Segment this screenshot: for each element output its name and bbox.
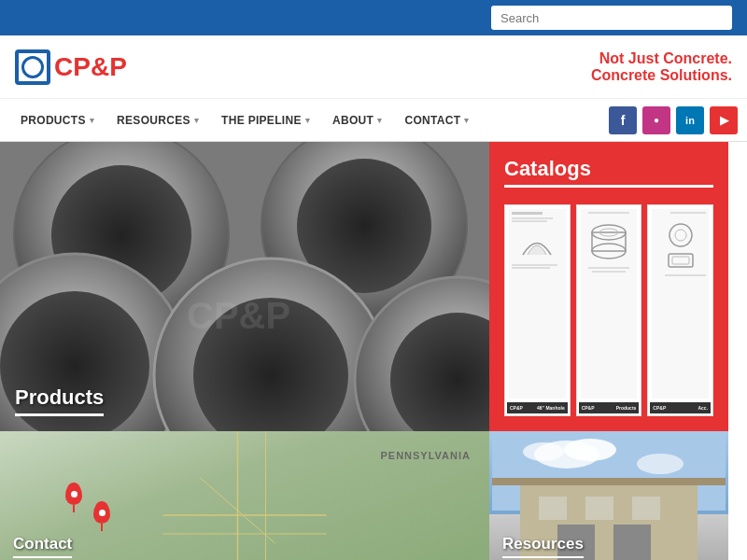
tile-products[interactable]: CP&P Products xyxy=(0,142,489,431)
svg-point-17 xyxy=(675,230,686,241)
tagline-part1: Not Just Concrete. xyxy=(599,50,732,66)
logo-p: P xyxy=(109,52,127,81)
catalog-footer-1: CP&P 46" Manhole xyxy=(507,402,568,413)
chevron-down-icon: ▾ xyxy=(194,116,199,125)
svg-rect-19 xyxy=(672,257,689,264)
svg-point-28 xyxy=(523,442,564,461)
nav-item-products[interactable]: PRODUCTS ▾ xyxy=(9,99,106,141)
nav-item-pipeline[interactable]: THE PIPELINE ▾ xyxy=(210,99,321,141)
social-links: f ● in ▶ xyxy=(609,106,738,134)
main-content-grid: CP&P Products Catalogs xyxy=(0,142,747,560)
contact-tile-label: Contact xyxy=(13,535,72,558)
catalog-page-1[interactable]: CP&P 46" Manhole xyxy=(504,204,571,416)
search-input[interactable] xyxy=(491,6,732,30)
top-bar xyxy=(0,0,747,35)
svg-point-16 xyxy=(669,224,692,246)
nav: PRODUCTS ▾ RESOURCES ▾ THE PIPELINE ▾ AB… xyxy=(0,99,747,142)
svg-point-29 xyxy=(637,454,684,474)
svg-rect-35 xyxy=(613,525,651,560)
svg-rect-32 xyxy=(585,497,613,520)
contact-map-bg: PENNSYLVANIA xyxy=(0,431,489,560)
chevron-down-icon: ▾ xyxy=(305,116,310,125)
tagline: Not Just Concrete. Concrete Solutions. xyxy=(591,50,732,84)
logo[interactable]: CP&P xyxy=(15,49,127,85)
catalog-footer-3: CP&P Acc. xyxy=(650,402,711,413)
tile-catalogs[interactable]: Catalogs CP xyxy=(489,142,728,431)
svg-rect-13 xyxy=(592,232,626,251)
logo-cp: CP xyxy=(54,52,91,81)
instagram-button[interactable]: ● xyxy=(642,106,670,134)
svg-rect-36 xyxy=(492,478,726,485)
catalog-footer-2: CP&P Products xyxy=(579,402,640,413)
search-wrapper xyxy=(491,6,732,30)
nav-item-resources[interactable]: RESOURCES ▾ xyxy=(106,99,210,141)
tile-contact[interactable]: PENNSYLVANIA Contact xyxy=(0,431,489,560)
chevron-down-icon: ▾ xyxy=(90,116,94,125)
products-tile-label: Products xyxy=(15,385,104,416)
svg-rect-31 xyxy=(539,497,567,520)
nav-item-contact[interactable]: CONTACT ▾ xyxy=(394,99,481,141)
facebook-button[interactable]: f xyxy=(609,106,637,134)
nav-item-about[interactable]: ABOUT ▾ xyxy=(321,99,393,141)
youtube-button[interactable]: ▶ xyxy=(710,106,738,134)
header: CP&P Not Just Concrete. Concrete Solutio… xyxy=(0,35,747,99)
map-pin-1 xyxy=(65,483,82,512)
map-pin-2 xyxy=(93,501,110,531)
resources-tile-label: Resources xyxy=(502,535,584,558)
linkedin-button[interactable]: in xyxy=(676,106,704,134)
svg-point-27 xyxy=(564,439,616,461)
svg-text:CP&P: CP&P xyxy=(187,295,290,336)
svg-rect-33 xyxy=(632,497,660,520)
catalogs-tile-label: Catalogs xyxy=(504,157,713,188)
tagline-part2: Concrete Solutions. xyxy=(591,67,732,83)
chevron-down-icon: ▾ xyxy=(377,116,382,125)
chevron-down-icon: ▾ xyxy=(464,116,469,125)
logo-amp: & xyxy=(91,52,109,81)
catalog-images: CP&P 46" Manhole xyxy=(504,204,713,416)
catalog-page-3[interactable]: CP&P Acc. xyxy=(647,204,713,416)
catalog-page-2[interactable]: CP&P Products xyxy=(576,204,642,416)
logo-icon xyxy=(15,49,50,85)
logo-text: CP&P xyxy=(54,52,127,82)
tile-resources[interactable]: Resources xyxy=(489,431,728,560)
